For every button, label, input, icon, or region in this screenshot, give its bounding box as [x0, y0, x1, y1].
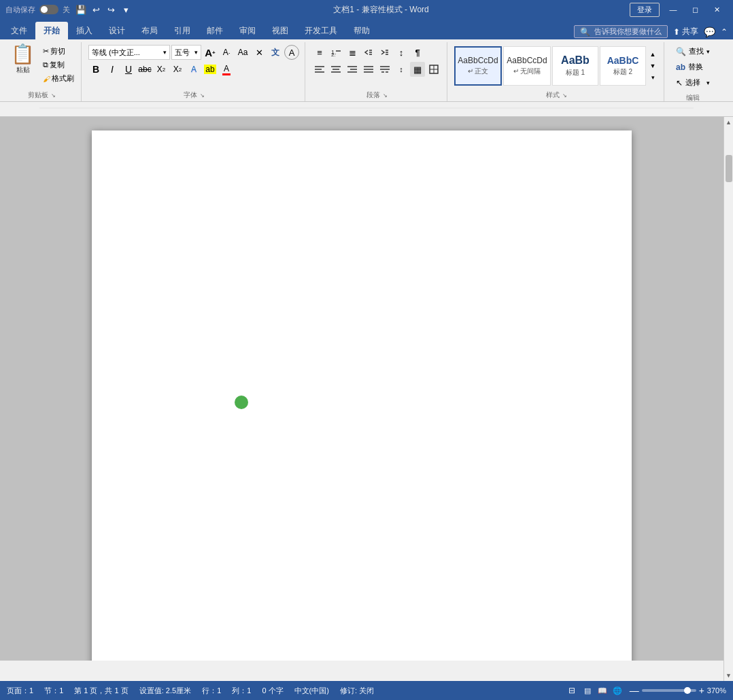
- encircle-button[interactable]: A: [284, 45, 299, 60]
- view-buttons: ▤ 📖 🌐: [581, 684, 624, 697]
- style-heading2[interactable]: AaBbC 标题 2: [600, 46, 646, 86]
- save-icon[interactable]: 💾: [74, 3, 88, 16]
- grow-font-button[interactable]: A+: [203, 45, 218, 60]
- font-content: 等线 (中文正... ▾ 五号 ▾ A+ A- Aa ✕ 文 A B: [87, 42, 301, 89]
- redo-icon[interactable]: ↪: [104, 3, 118, 16]
- case-button[interactable]: Aa: [235, 45, 250, 60]
- line-spacing-button[interactable]: ↕: [394, 62, 409, 77]
- show-marks-button[interactable]: ¶: [410, 45, 425, 60]
- autosave-state: 关: [63, 5, 70, 15]
- paste-button[interactable]: 📋 粘贴: [7, 42, 39, 86]
- superscript-button[interactable]: X2: [170, 62, 185, 77]
- styles-expand-icon[interactable]: ↘: [562, 92, 567, 99]
- font-color-button[interactable]: A: [219, 62, 234, 77]
- scroll-down-button[interactable]: ▼: [724, 670, 734, 681]
- tab-insert[interactable]: 插入: [68, 22, 101, 39]
- align-center-button[interactable]: [328, 62, 343, 77]
- clipboard-expand-icon[interactable]: ↘: [51, 92, 56, 99]
- zoom-thumb[interactable]: [684, 687, 691, 694]
- restore-button[interactable]: ◻: [684, 0, 706, 19]
- tab-review[interactable]: 审阅: [231, 22, 264, 39]
- borders-button[interactable]: [426, 62, 441, 77]
- style-heading1[interactable]: AaBb 标题 1: [552, 46, 598, 86]
- para-expand-icon[interactable]: ↘: [383, 92, 388, 99]
- select-button[interactable]: ↖ 选择 ▾: [673, 76, 713, 89]
- tab-view[interactable]: 视图: [264, 22, 296, 39]
- justify-button[interactable]: [361, 62, 376, 77]
- font-name-select[interactable]: 等线 (中文正... ▾: [88, 45, 170, 60]
- scroll-thumb[interactable]: [726, 155, 732, 182]
- undo-icon[interactable]: ↩: [89, 3, 103, 16]
- strikethrough-button[interactable]: abc: [137, 62, 152, 77]
- print-view-button[interactable]: ▤: [581, 684, 594, 697]
- find-button[interactable]: 🔍 查找 ▾: [673, 45, 713, 58]
- multilevel-button[interactable]: ≣: [345, 45, 360, 60]
- clipboard-content: 📋 粘贴 ✂ 剪切 ⧉ 复制 🖌 格式刷: [7, 42, 77, 89]
- tab-references[interactable]: 引用: [166, 22, 199, 39]
- scroll-up-button[interactable]: ▲: [724, 117, 734, 128]
- distributed-button[interactable]: [377, 62, 392, 77]
- zoom-out-button[interactable]: —: [630, 685, 639, 696]
- collapse-ribbon-button[interactable]: ⌃: [721, 27, 728, 37]
- underline-button[interactable]: U: [121, 62, 136, 77]
- font-size-select[interactable]: 五号 ▾: [171, 45, 201, 60]
- align-left-button[interactable]: [312, 62, 327, 77]
- replace-button[interactable]: ab 替换: [673, 60, 713, 73]
- tab-layout[interactable]: 布局: [133, 22, 166, 39]
- subscript-button[interactable]: X2: [154, 62, 169, 77]
- style-gallery: AaBbCcDd ↵ 正文 AaBbCcDd ↵ 无间隔 AaBb 标题 1: [454, 46, 646, 86]
- style-scroll-down[interactable]: ▼: [647, 60, 658, 71]
- bullets-button[interactable]: ≡: [312, 45, 327, 60]
- italic-button[interactable]: I: [105, 62, 120, 77]
- pinyin-button[interactable]: 文: [268, 45, 283, 60]
- customize-icon[interactable]: ▾: [119, 3, 133, 16]
- text-effect-button[interactable]: A: [186, 62, 201, 77]
- ribbon-group-clipboard: 📋 粘贴 ✂ 剪切 ⧉ 复制 🖌 格式刷: [3, 42, 82, 101]
- search-bar-text[interactable]: 告诉我你想要做什么: [594, 27, 662, 37]
- decrease-indent-button[interactable]: [361, 45, 376, 60]
- macro-icon[interactable]: ⊟: [568, 686, 575, 695]
- increase-indent-button[interactable]: [377, 45, 392, 60]
- format-painter-button[interactable]: 🖌 格式刷: [40, 72, 77, 85]
- zoom-in-button[interactable]: +: [699, 685, 704, 696]
- tab-file[interactable]: 文件: [3, 22, 35, 39]
- share-button[interactable]: ⬆ 共享: [673, 26, 698, 37]
- shading-button[interactable]: ▦: [410, 62, 425, 77]
- font-expand-icon[interactable]: ↘: [200, 92, 205, 99]
- share-label: 共享: [682, 26, 698, 37]
- bold-button[interactable]: B: [88, 62, 103, 77]
- svg-text:2.: 2.: [331, 52, 336, 57]
- close-button[interactable]: ✕: [706, 0, 728, 19]
- tab-design[interactable]: 设计: [101, 22, 133, 39]
- web-view-button[interactable]: 🌐: [611, 684, 624, 697]
- login-button[interactable]: 登录: [630, 3, 660, 17]
- tab-home[interactable]: 开始: [35, 22, 68, 39]
- numbering-button[interactable]: 1.2.: [328, 45, 343, 60]
- tab-mailings[interactable]: 邮件: [199, 22, 231, 39]
- tab-developer[interactable]: 开发工具: [296, 22, 345, 39]
- style-normal[interactable]: AaBbCcDd ↵ 正文: [454, 46, 502, 86]
- highlight-button[interactable]: ab: [203, 62, 218, 77]
- scroll-track[interactable]: [724, 128, 733, 670]
- shrink-font-button[interactable]: A-: [219, 45, 234, 60]
- minimize-button[interactable]: —: [662, 0, 684, 19]
- read-view-button[interactable]: 📖: [596, 684, 609, 697]
- vertical-scrollbar[interactable]: ▲ ▼: [723, 117, 733, 681]
- doc-page[interactable]: [92, 130, 632, 661]
- sort-button[interactable]: ↕: [394, 45, 409, 60]
- zoom-control: — + 370%: [630, 685, 726, 696]
- copy-button[interactable]: ⧉ 复制: [40, 58, 77, 71]
- char-count: 0 个字: [262, 686, 283, 696]
- cut-button[interactable]: ✂ 剪切: [40, 45, 77, 58]
- font-size-dropdown-icon: ▾: [194, 49, 198, 56]
- align-right-button[interactable]: [345, 62, 360, 77]
- tab-help[interactable]: 帮助: [345, 22, 378, 39]
- style-more[interactable]: ▾: [647, 72, 658, 83]
- autosave-toggle[interactable]: [39, 5, 58, 14]
- style-scroll-up[interactable]: ▲: [647, 49, 658, 60]
- zoom-slider[interactable]: [642, 689, 696, 692]
- clear-format-button[interactable]: ✕: [252, 45, 267, 60]
- comment-icon[interactable]: 💬: [704, 27, 715, 37]
- style-no-space[interactable]: AaBbCcDd ↵ 无间隔: [503, 46, 551, 86]
- doc-area[interactable]: [0, 117, 723, 661]
